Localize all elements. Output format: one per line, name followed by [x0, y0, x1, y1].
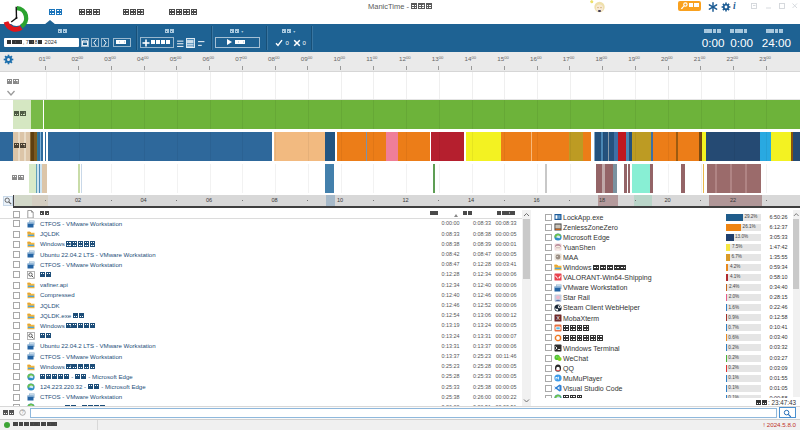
svg-text:X: X [556, 315, 560, 321]
svg-text:?: ? [21, 410, 24, 415]
